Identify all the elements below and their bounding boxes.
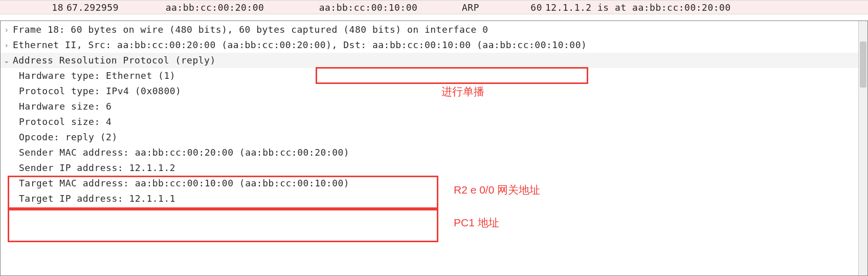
tree-target-ip-text: Target IP address: 12.1.1.1: [19, 191, 175, 206]
tree-target-ip[interactable]: Target IP address: 12.1.1.1: [1, 191, 867, 206]
tree-proto-size[interactable]: Protocol size: 4: [1, 114, 867, 130]
tree-eth-dst-text: Dst: aa:bb:cc:00:10:00 (aa:bb:cc:00:10:0…: [343, 37, 587, 53]
tree-sender-mac-text: Sender MAC address: aa:bb:cc:00:20:00 (a…: [19, 145, 349, 160]
tree-arp-header-text: Address Resolution Protocol (reply): [13, 53, 216, 68]
annotation-r2-gateway: R2 e 0/0 网关地址: [454, 183, 540, 197]
annotation-box-target: [8, 209, 438, 242]
tree-sender-ip[interactable]: Sender IP address: 12.1.1.2: [1, 160, 867, 176]
tree-opcode-text: Opcode: reply (2): [19, 130, 118, 145]
col-destination: aa:bb:cc:00:10:00: [292, 2, 445, 13]
tree-proto-type-text: Protocol type: IPv4 (0x0800): [19, 83, 181, 99]
tree-hw-type[interactable]: Hardware type: Ethernet (1): [1, 68, 867, 83]
col-length: 60: [496, 2, 542, 13]
detail-tree: › Frame 18: 60 bytes on wire (480 bits),…: [1, 21, 867, 206]
tree-eth-src-text: Ethernet II, Src: aa:bb:cc:00:20:00 (aa:…: [13, 37, 343, 53]
tree-proto-size-text: Protocol size: 4: [19, 114, 112, 130]
tree-target-mac-text: Target MAC address: aa:bb:cc:00:10:00 (a…: [19, 176, 349, 191]
tree-ethernet[interactable]: › Ethernet II, Src: aa:bb:cc:00:20:00 (a…: [1, 37, 867, 53]
col-no: 18: [0, 2, 66, 13]
col-info: 12.1.1.2 is at aa:bb:cc:00:20:00: [542, 2, 868, 13]
tree-frame-text: Frame 18: 60 bytes on wire (480 bits), 6…: [13, 22, 488, 37]
packet-detail-pane: › Frame 18: 60 bytes on wire (480 bits),…: [0, 20, 868, 276]
tree-arp-header[interactable]: ⌄ Address Resolution Protocol (reply): [1, 53, 867, 68]
tree-sender-mac[interactable]: Sender MAC address: aa:bb:cc:00:20:00 (a…: [1, 145, 867, 160]
tree-sender-ip-text: Sender IP address: 12.1.1.2: [19, 160, 175, 176]
chevron-down-icon[interactable]: ⌄: [3, 53, 11, 68]
scrollbar-thumb[interactable]: [860, 41, 866, 88]
annotation-unicast: 进行单播: [441, 84, 484, 99]
col-time: 67.292959: [66, 2, 138, 13]
col-source: aa:bb:cc:00:20:00: [138, 2, 292, 13]
tree-hw-size-text: Hardware size: 6: [19, 99, 112, 114]
annotation-pc1-addr: PC1 地址: [454, 216, 499, 230]
chevron-right-icon[interactable]: ›: [3, 22, 11, 37]
tree-proto-type[interactable]: Protocol type: IPv4 (0x0800): [1, 83, 867, 99]
tree-hw-size[interactable]: Hardware size: 6: [1, 99, 867, 114]
col-protocol: ARP: [445, 2, 496, 13]
tree-opcode[interactable]: Opcode: reply (2): [1, 130, 867, 145]
packet-list-row[interactable]: 18 67.292959 aa:bb:cc:00:20:00 aa:bb:cc:…: [0, 0, 868, 14]
vertical-scrollbar[interactable]: [858, 21, 867, 275]
tree-hw-type-text: Hardware type: Ethernet (1): [19, 68, 175, 83]
tree-frame[interactable]: › Frame 18: 60 bytes on wire (480 bits),…: [1, 22, 867, 37]
chevron-right-icon[interactable]: ›: [3, 37, 11, 53]
tree-target-mac[interactable]: Target MAC address: aa:bb:cc:00:10:00 (a…: [1, 176, 867, 191]
